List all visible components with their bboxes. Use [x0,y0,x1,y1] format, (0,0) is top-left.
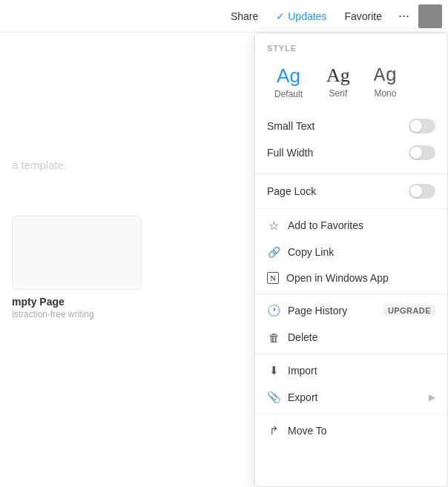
small-text-label: Small Text [267,120,314,132]
page-history-label: Page History [288,305,376,317]
share-button[interactable]: Share [223,6,266,27]
move-to-label: Move To [288,425,435,437]
page-card-subtitle: istraction-free writing [12,309,243,319]
export-label: Export [288,391,421,403]
trash-icon: 🗑 [267,331,280,344]
font-mono-ag: Ag [374,64,397,87]
history-section: 🕐 Page History UPGRADE 🗑 Delete [255,294,447,354]
import-icon: ⬇ [267,364,280,377]
add-favorites-label: Add to Favorites [288,219,435,231]
import-label: Import [288,365,435,377]
dropdown-panel: STYLE Ag Default Ag Serif Ag Mono Small … [254,33,448,487]
updates-button[interactable]: ✓ Updates [269,6,334,27]
font-default-ag: Ag [277,64,300,87]
import-item[interactable]: ⬇ Import [255,357,447,384]
font-default-name: Default [274,89,303,99]
page-card-title: mpty Page [12,296,243,308]
font-serif-ag: Ag [326,64,350,87]
full-width-row: Full Width [267,139,435,166]
font-mono-name: Mono [374,88,396,99]
page-lock-row: Page Lock [255,177,447,205]
copy-link-label: Copy Link [288,246,435,258]
updates-label: Updates [288,10,326,22]
favorite-label: Favorite [344,10,382,22]
open-windows-item[interactable]: N Open in Windows App [255,265,447,291]
style-section: STYLE Ag Default Ag Serif Ag Mono Small … [255,33,447,174]
export-arrow-icon: ▶ [429,392,435,402]
font-mono-option[interactable]: Ag Mono [366,60,404,104]
page-lock-label: Page Lock [267,185,316,197]
more-options-button[interactable]: ··· [392,4,415,28]
font-serif-name: Serif [329,88,348,99]
notion-icon: N [267,272,279,284]
full-width-toggle[interactable] [409,145,435,160]
upgrade-badge: UPGRADE [383,305,435,317]
delete-label: Delete [288,331,435,343]
clock-icon: 🕐 [267,304,280,317]
style-section-label: STYLE [267,44,435,53]
template-text: a template. [12,159,243,171]
page-lock-section: Page Lock [255,174,447,209]
topbar: Share ✓ Updates Favorite ··· [0,0,448,33]
link-icon: 🔗 [267,245,280,259]
updates-check-icon: ✓ [276,10,285,22]
move-to-item[interactable]: ↱ Move To [255,417,447,444]
page-content: a template. mpty Page istraction-free wr… [0,33,254,487]
favorite-button[interactable]: Favorite [337,6,389,27]
small-text-toggle[interactable] [409,119,435,133]
add-favorites-item[interactable]: ☆ Add to Favorites [255,212,447,239]
export-icon: 📎 [267,391,280,404]
export-item[interactable]: 📎 Export ▶ [255,384,447,411]
full-width-label: Full Width [267,147,313,159]
star-icon: ☆ [267,219,280,232]
small-text-row: Small Text [267,113,435,139]
page-history-item[interactable]: 🕐 Page History UPGRADE [255,297,447,324]
moveto-icon: ↱ [267,424,280,437]
share-label: Share [231,10,258,22]
avatar [418,4,442,28]
page-card [12,216,142,290]
more-dots-icon: ··· [398,8,409,23]
delete-item[interactable]: 🗑 Delete [255,324,447,351]
style-options: Ag Default Ag Serif Ag Mono [267,60,435,104]
import-export-section: ⬇ Import 📎 Export ▶ [255,354,447,414]
page-lock-toggle[interactable] [409,184,435,199]
open-windows-label: Open in Windows App [286,272,435,284]
moveto-section: ↱ Move To [255,414,447,447]
font-default-option[interactable]: Ag Default [267,60,310,104]
font-serif-option[interactable]: Ag Serif [319,60,358,104]
copy-link-item[interactable]: 🔗 Copy Link [255,239,447,265]
actions-section: ☆ Add to Favorites 🔗 Copy Link N Open in… [255,209,447,294]
